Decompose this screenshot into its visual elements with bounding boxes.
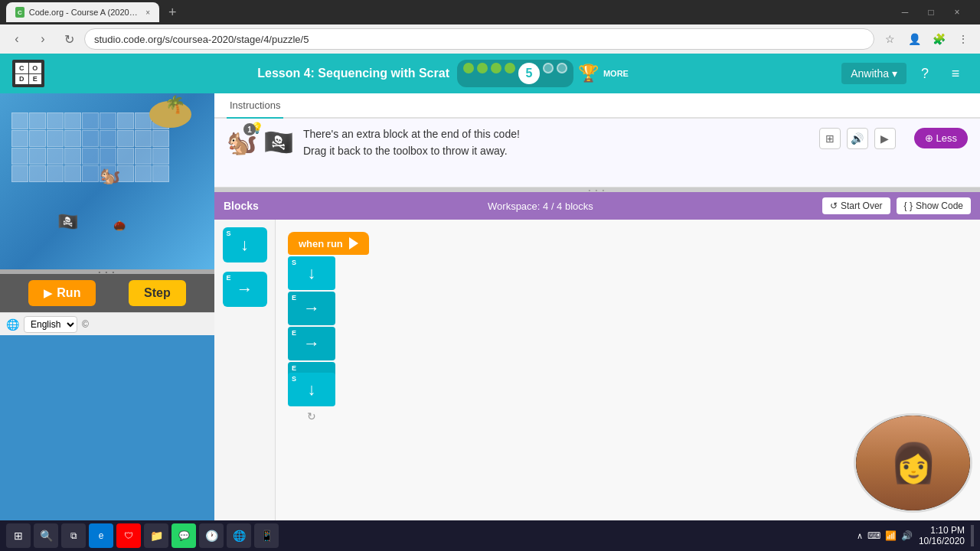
help-button[interactable]: ? [913, 61, 937, 86]
antivirus-icon[interactable]: 🛡 [116, 523, 141, 548]
less-button-area: ⊕ Less [914, 128, 968, 148]
block-s-label: S [227, 230, 231, 237]
instruction-line2: Drag it back to the toolbox to throw it … [303, 145, 810, 157]
run-play-icon: ▶ [44, 287, 52, 299]
extensions-icon[interactable]: 🧩 [928, 28, 949, 50]
floating-extra-block[interactable]: S ↓ [288, 373, 335, 406]
browser-titlebar: C Code.org - Course A (2020): Seq... × +… [0, 0, 980, 24]
stack-b1-arrow: ↓ [308, 263, 316, 283]
progress-number: 5 [518, 63, 540, 84]
browser-toolbar: ‹ › ↻ studio.code.org/s/coursea-2020/sta… [0, 24, 980, 54]
run-button[interactable]: ▶ Run [28, 280, 96, 306]
search-taskbar-icon[interactable]: 🔍 [34, 523, 58, 548]
new-tab-button[interactable]: + [162, 5, 183, 21]
app-container: C O D E Lesson 4: Sequencing with Scrat … [0, 54, 980, 551]
webcam-person-emoji: 👩 [890, 441, 937, 485]
block-move-east[interactable]: E → [223, 272, 267, 307]
taskbar: ⊞ 🔍 ⧉ e 🛡 📁 💬 🕐 🌐 📱 ∧ ⌨ 📶 🔊 1:10 PM 10/1… [0, 520, 980, 551]
whatsapp-icon[interactable]: 💬 [172, 523, 196, 548]
browser-tab[interactable]: C Code.org - Course A (2020): Seq... × [6, 2, 159, 22]
floating-block-arrow: ↓ [308, 380, 316, 399]
edge-icon[interactable]: e [89, 523, 113, 548]
stack-b3-label: E [292, 329, 296, 337]
tab-favicon: C [15, 7, 24, 18]
block-move-south[interactable]: S ↓ [223, 227, 267, 262]
dot-6 [543, 63, 554, 73]
char-with-bulb: 🐿️ 💡 1 [227, 128, 257, 157]
less-icon: ⊕ [925, 132, 933, 144]
dot-7 [557, 63, 567, 73]
codeorg-logo[interactable]: C O D E [12, 60, 44, 87]
url-text: studio.code.org/s/coursea-2020/stage/4/p… [94, 34, 309, 45]
clock-icon[interactable]: 🕐 [199, 523, 224, 548]
back-button[interactable]: ‹ [6, 28, 28, 50]
taskview-icon[interactable]: ⧉ [61, 523, 86, 548]
block-e-label: E [227, 274, 231, 282]
maximize-icon[interactable]: □ [920, 2, 942, 23]
stack-block-2[interactable]: E → [288, 292, 335, 325]
logo-d: D [15, 74, 28, 85]
game-area: 🌴 [0, 93, 214, 551]
tab-close-icon[interactable]: × [145, 8, 150, 17]
instruction-line1: There's an extra block at the end of thi… [303, 128, 810, 140]
palm-tree-icon: 🌴 [165, 95, 185, 115]
more-label: MORE [603, 69, 629, 78]
lesson-title: Lesson 4: Sequencing with Scrat [257, 67, 449, 80]
when-run-block[interactable]: when run [288, 232, 369, 255]
menu-button[interactable]: ≡ [943, 61, 968, 86]
logo-o: O [29, 63, 42, 73]
progress-dots: 5 [457, 60, 573, 87]
bookmark-icon[interactable]: ☆ [879, 28, 900, 50]
audio-icon[interactable]: 🔊 [847, 128, 868, 149]
close-window-icon[interactable]: × [946, 2, 968, 23]
acorn-item: 🌰 [113, 220, 126, 231]
less-button[interactable]: ⊕ Less [914, 128, 968, 148]
user-menu-button[interactable]: Anwitha ▾ [841, 63, 906, 84]
taskbar-left: ⊞ 🔍 ⧉ e 🛡 📁 💬 🕐 🌐 📱 [6, 523, 279, 548]
app-header: C O D E Lesson 4: Sequencing with Scrat … [0, 54, 980, 93]
show-code-button[interactable]: { } Show Code [897, 197, 971, 214]
code-editor: when run S ↓ E [276, 220, 980, 551]
logo-e: E [29, 74, 42, 85]
dot-2 [477, 63, 488, 73]
instructions-tab-bar: Instructions [214, 93, 980, 119]
step-button[interactable]: Step [129, 280, 186, 306]
dot-1 [463, 63, 474, 73]
stack-b2-label: E [292, 294, 296, 302]
instructions-tab[interactable]: Instructions [227, 93, 283, 119]
game-grid [11, 112, 169, 253]
game-controls: ▶ Run Step [0, 274, 214, 312]
play-instructions-icon[interactable]: ▶ [874, 128, 896, 149]
notif-up-icon: ∧ [857, 531, 863, 541]
show-desktop-button[interactable] [971, 525, 974, 546]
network-icon: 📶 [885, 530, 897, 541]
files-icon[interactable]: 📁 [144, 523, 168, 548]
more-options-icon[interactable]: ⋮ [952, 28, 974, 50]
main-sequence: when run S ↓ E [288, 232, 369, 396]
stack-b3-arrow: → [303, 334, 320, 354]
run-label: Run [57, 286, 80, 300]
dot-3 [491, 63, 501, 73]
language-select[interactable]: English [24, 316, 77, 333]
chrome-icon[interactable]: 🌐 [227, 523, 251, 548]
when-run-text: when run [299, 238, 343, 249]
date-label: 10/16/2020 [919, 536, 965, 546]
forward-button[interactable]: › [32, 28, 54, 50]
user-name: Anwitha [851, 67, 889, 80]
refresh-button[interactable]: ↻ [58, 28, 80, 50]
app5-icon[interactable]: 📱 [254, 523, 279, 548]
minimize-icon[interactable]: ─ [894, 2, 916, 23]
workspace-count-label: Workspace: 4 / 4 blocks [488, 201, 593, 212]
address-bar[interactable]: studio.code.org/s/coursea-2020/stage/4/p… [84, 28, 874, 50]
start-over-button[interactable]: ↺ Start Over [822, 197, 890, 214]
squirrel-character: 🐿️ [100, 166, 120, 186]
stack-block-3[interactable]: E → [288, 327, 335, 360]
windows-start-icon[interactable]: ⊞ [6, 523, 31, 548]
stack-b4-label: E [292, 364, 296, 372]
user-dropdown-icon: ▾ [892, 67, 897, 80]
expand-icon[interactable]: ⊞ [819, 128, 841, 149]
profile-icon[interactable]: 👤 [903, 28, 925, 50]
stack-b1-label: S [292, 259, 296, 266]
stack-b2-arrow: → [303, 298, 320, 318]
stack-block-1[interactable]: S ↓ [288, 256, 335, 290]
